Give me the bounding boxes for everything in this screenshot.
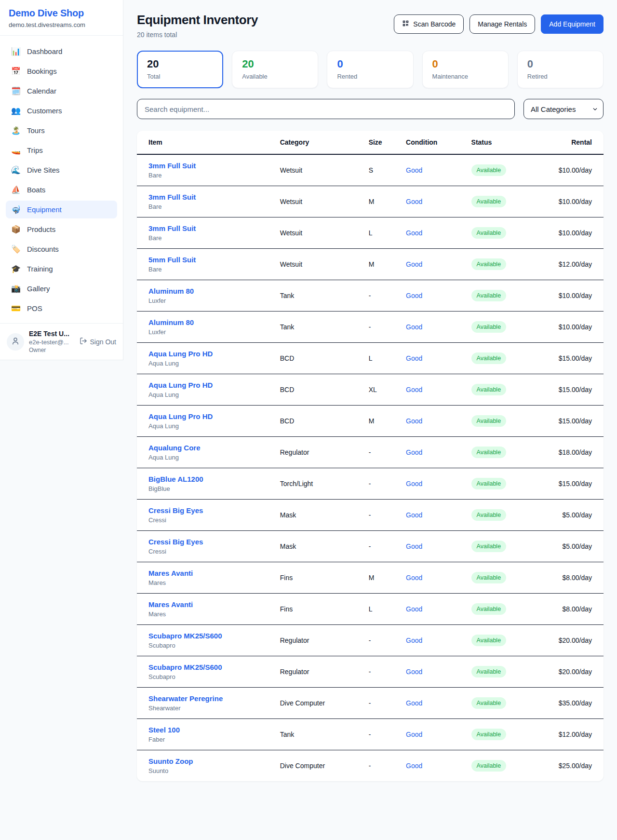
- sidebar-item-training[interactable]: 🎓 Training: [6, 260, 117, 278]
- table-row: Shearwater Peregrine Shearwater Dive Com…: [137, 688, 604, 719]
- add-equipment-label: Add Equipment: [549, 20, 595, 28]
- sidebar-item-dive-sites[interactable]: 🌊 Dive Sites: [6, 161, 117, 179]
- add-equipment-button[interactable]: Add Equipment: [541, 14, 604, 34]
- rental-cell: $5.00/day: [548, 531, 604, 562]
- condition-link[interactable]: Good: [406, 511, 422, 519]
- table-row: Mares Avanti Mares Fins L Good Available…: [137, 594, 604, 625]
- status-badge: Available: [471, 352, 507, 364]
- stat-card-total[interactable]: 20 Total: [137, 51, 223, 88]
- condition-link[interactable]: Good: [406, 229, 422, 237]
- sidebar-item-trips[interactable]: 🚤 Trips: [6, 141, 117, 159]
- item-brand: Scubapro: [148, 673, 265, 680]
- condition-link[interactable]: Good: [406, 354, 422, 362]
- item-name-link[interactable]: BigBlue AL1200: [148, 475, 203, 483]
- sidebar-item-equipment[interactable]: 🤿 Equipment: [6, 201, 117, 218]
- item-name-link[interactable]: Aqualung Core: [148, 444, 201, 452]
- sidebar-item-calendar[interactable]: 🗓️ Calendar: [6, 82, 117, 100]
- size-cell: -: [361, 688, 398, 719]
- item-name-link[interactable]: Cressi Big Eyes: [148, 506, 203, 515]
- scan-barcode-button[interactable]: Scan Barcode: [394, 14, 464, 34]
- sidebar-item-bookings[interactable]: 📅 Bookings: [6, 62, 117, 80]
- item-name-link[interactable]: Aqua Lung Pro HD: [148, 412, 213, 420]
- condition-link[interactable]: Good: [406, 574, 422, 582]
- condition-link[interactable]: Good: [406, 417, 422, 425]
- condition-link[interactable]: Good: [406, 323, 422, 331]
- sidebar-item-products[interactable]: 📦 Products: [6, 220, 117, 238]
- category-cell: Tank: [272, 719, 361, 750]
- sidebar-item-dashboard[interactable]: 📊 Dashboard: [6, 42, 117, 60]
- category-cell: Regulator: [272, 625, 361, 656]
- sidebar-item-boats[interactable]: ⛵ Boats: [6, 181, 117, 199]
- condition-link[interactable]: Good: [406, 166, 422, 174]
- size-cell: L: [361, 594, 398, 625]
- table-row: Scubapro MK25/S600 Scubapro Regulator - …: [137, 625, 604, 656]
- category-cell: BCD: [272, 374, 361, 406]
- category-cell: BCD: [272, 406, 361, 437]
- search-input[interactable]: [137, 99, 515, 119]
- sidebar-item-tours[interactable]: 🏝️ Tours: [6, 122, 117, 139]
- item-name-link[interactable]: Scubapro MK25/S600: [148, 632, 222, 640]
- condition-link[interactable]: Good: [406, 542, 422, 550]
- sidebar-item-gallery[interactable]: 📸 Gallery: [6, 280, 117, 298]
- item-name-link[interactable]: Mares Avanti: [148, 600, 193, 609]
- condition-link[interactable]: Good: [406, 731, 422, 738]
- size-cell: XL: [361, 374, 398, 406]
- condition-link[interactable]: Good: [406, 480, 422, 488]
- sidebar-item-customers[interactable]: 👥 Customers: [6, 102, 117, 120]
- item-brand: Bare: [148, 172, 265, 179]
- stat-card-available[interactable]: 20 Available: [232, 51, 318, 88]
- pos-icon: 💳: [11, 304, 21, 313]
- item-brand: Scubapro: [148, 642, 265, 649]
- condition-link[interactable]: Good: [406, 637, 422, 644]
- manage-rentals-button[interactable]: Manage Rentals: [469, 14, 535, 34]
- condition-link[interactable]: Good: [406, 762, 422, 770]
- sidebar-item-pos[interactable]: 💳 POS: [6, 299, 117, 317]
- condition-link[interactable]: Good: [406, 386, 422, 393]
- item-name-link[interactable]: 3mm Full Suit: [148, 193, 196, 201]
- item-name-link[interactable]: Aluminum 80: [148, 287, 194, 295]
- size-cell: M: [361, 186, 398, 217]
- item-name-link[interactable]: Aqua Lung Pro HD: [148, 381, 213, 389]
- status-badge: Available: [471, 321, 507, 333]
- item-name-link[interactable]: Steel 100: [148, 726, 180, 734]
- column-header-category: Category: [272, 131, 361, 154]
- condition-link[interactable]: Good: [406, 260, 422, 268]
- table-row: 3mm Full Suit Bare Wetsuit M Good Availa…: [137, 186, 604, 217]
- item-name-link[interactable]: 5mm Full Suit: [148, 256, 196, 264]
- condition-link[interactable]: Good: [406, 699, 422, 707]
- person-icon: [11, 337, 20, 347]
- item-name-link[interactable]: Aqua Lung Pro HD: [148, 350, 213, 358]
- customers-icon: 👥: [11, 106, 21, 115]
- condition-link[interactable]: Good: [406, 198, 422, 205]
- item-name-link[interactable]: Scubapro MK25/S600: [148, 663, 222, 671]
- rental-cell: $10.00/day: [548, 217, 604, 249]
- column-header-rental: Rental: [548, 131, 604, 154]
- item-name-link[interactable]: Aluminum 80: [148, 318, 194, 326]
- category-select[interactable]: All Categories: [523, 99, 604, 119]
- item-name-link[interactable]: Mares Avanti: [148, 569, 193, 577]
- item-name-link[interactable]: Suunto Zoop: [148, 757, 193, 765]
- sidebar-item-discounts[interactable]: 🏷️ Discounts: [6, 240, 117, 258]
- item-name-link[interactable]: Cressi Big Eyes: [148, 538, 203, 546]
- scan-barcode-label: Scan Barcode: [413, 20, 456, 28]
- item-brand: Cressi: [148, 516, 265, 524]
- rental-cell: $10.00/day: [548, 280, 604, 312]
- condition-link[interactable]: Good: [406, 605, 422, 613]
- item-name-link[interactable]: 3mm Full Suit: [148, 162, 196, 170]
- training-icon: 🎓: [11, 264, 21, 273]
- stat-card-rented[interactable]: 0 Rented: [327, 51, 413, 88]
- stat-card-retired[interactable]: 0 Retired: [517, 51, 604, 88]
- item-name-link[interactable]: 3mm Full Suit: [148, 224, 196, 232]
- sign-out-button[interactable]: Sign Out: [80, 337, 116, 346]
- condition-link[interactable]: Good: [406, 668, 422, 676]
- item-name-link[interactable]: Shearwater Peregrine: [148, 694, 223, 703]
- condition-link[interactable]: Good: [406, 448, 422, 456]
- page-title: Equipment Inventory: [137, 13, 258, 27]
- rental-cell: $8.00/day: [548, 594, 604, 625]
- condition-link[interactable]: Good: [406, 292, 422, 299]
- stat-card-maintenance[interactable]: 0 Maintenance: [422, 51, 509, 88]
- table-row: Suunto Zoop Suunto Dive Computer - Good …: [137, 750, 604, 782]
- item-brand: Bare: [148, 266, 265, 273]
- status-badge: Available: [471, 729, 507, 740]
- rental-cell: $10.00/day: [548, 186, 604, 217]
